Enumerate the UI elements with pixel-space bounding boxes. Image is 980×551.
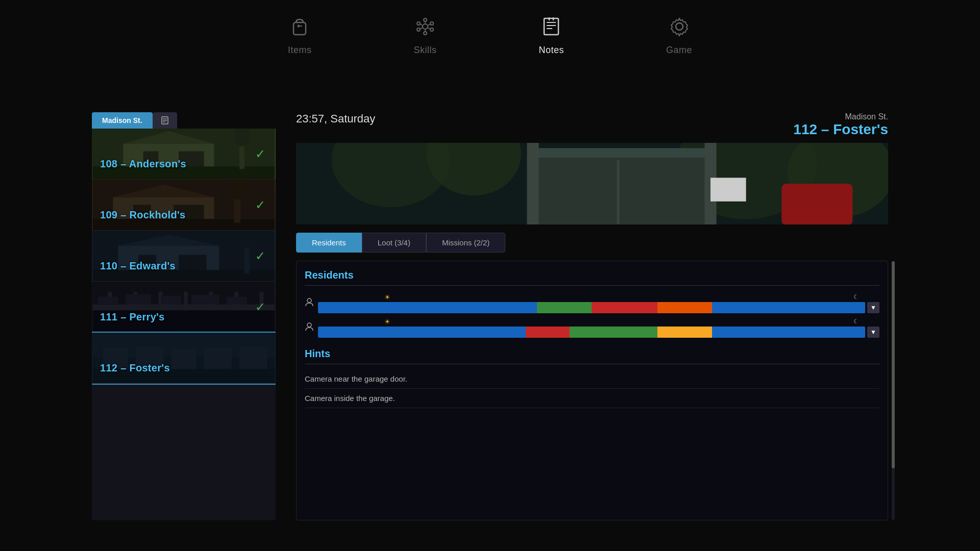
resident-2-dropdown[interactable]: ▼ (867, 327, 879, 338)
backpack-icon (288, 15, 311, 41)
svg-point-7 (430, 22, 433, 25)
nav-notes[interactable]: Notes (538, 15, 564, 56)
gear-icon (668, 15, 691, 41)
hints-title: Hints (305, 348, 879, 364)
svg-point-8 (417, 28, 420, 31)
hint-item-1: Camera near the garage door. (305, 369, 879, 389)
detail-content: Residents ☀ ☾ (296, 261, 888, 520)
detail-scroll-thumb[interactable] (892, 261, 895, 468)
svg-rect-87 (533, 148, 710, 158)
svg-point-96 (307, 323, 311, 327)
detail-scrollbar[interactable] (892, 261, 895, 520)
nav-items-label: Items (288, 45, 312, 56)
svg-rect-2 (298, 24, 299, 28)
location-title: 112 – Foster's (793, 121, 888, 138)
location-111-check: ✓ (255, 300, 265, 314)
tab-note[interactable] (153, 112, 177, 129)
svg-point-5 (424, 32, 427, 35)
svg-point-4 (424, 18, 427, 21)
right-header: 23:57, Saturday Madison St. 112 – Foster… (296, 112, 888, 138)
svg-rect-93 (781, 184, 852, 224)
hints-section: Hints Camera near the garage door. Camer… (305, 348, 879, 408)
nav-items[interactable]: Items (288, 15, 312, 56)
right-panel: 23:57, Saturday Madison St. 112 – Foster… (296, 112, 888, 520)
location-item-110[interactable]: 110 – Edward's ✓ (92, 231, 276, 282)
svg-point-95 (307, 298, 311, 303)
timestamp: 23:57, Saturday (296, 112, 375, 126)
svg-rect-1 (297, 26, 302, 27)
location-street: Madison St. (793, 112, 888, 121)
tab-loot[interactable]: Loot (3/4) (362, 233, 426, 253)
svg-point-22 (676, 23, 683, 30)
location-info: Madison St. 112 – Foster's (793, 112, 888, 138)
svg-rect-88 (527, 143, 538, 224)
location-item-108[interactable]: 108 – Anderson's ✓ (92, 129, 276, 180)
top-nav: Items Skills (0, 0, 980, 66)
location-109-check: ✓ (255, 198, 265, 212)
location-item-112[interactable]: 112 – Foster's (92, 333, 276, 384)
svg-line-15 (428, 28, 430, 29)
resident-row-1: ☀ ☾ ▼ (305, 293, 879, 313)
resident-1-schedule (318, 302, 865, 313)
location-112-name: 112 – Foster's (100, 362, 170, 374)
resident-2-icon (305, 322, 315, 333)
nav-game-label: Game (666, 45, 692, 56)
svg-rect-94 (710, 178, 746, 201)
svg-line-12 (420, 24, 423, 26)
nav-skills-label: Skills (413, 45, 436, 56)
left-panel: Madison St. (92, 112, 276, 520)
location-108-name: 108 – Anderson's (100, 158, 186, 170)
nav-game[interactable]: Game (666, 15, 692, 56)
location-list: 108 – Anderson's ✓ (92, 129, 276, 520)
skills-icon (414, 15, 436, 41)
location-108-check: ✓ (255, 147, 265, 161)
tab-madison-st[interactable]: Madison St. (92, 112, 153, 129)
svg-rect-0 (293, 22, 306, 35)
svg-line-13 (428, 24, 430, 26)
svg-rect-16 (544, 18, 558, 35)
hint-item-2: Camera inside the garage. (305, 389, 879, 408)
svg-point-3 (423, 24, 428, 29)
resident-1-dropdown[interactable]: ▼ (867, 302, 879, 313)
svg-line-14 (420, 28, 423, 29)
nav-skills[interactable]: Skills (413, 15, 436, 56)
location-110-name: 110 – Edward's (100, 260, 176, 272)
main-content: Madison St. (92, 112, 888, 520)
location-111-name: 111 – Perry's (100, 311, 165, 323)
notes-icon (540, 15, 562, 41)
location-tab-bar: Madison St. (92, 112, 276, 129)
location-110-check: ✓ (255, 249, 265, 263)
tab-missions[interactable]: Missions (2/2) (426, 233, 505, 253)
location-109-name: 109 – Rockhold's (100, 209, 185, 221)
location-item-109[interactable]: 109 – Rockhold's ✓ (92, 180, 276, 231)
residents-section-title: Residents (305, 269, 879, 286)
location-item-111[interactable]: 111 – Perry's ✓ (92, 282, 276, 333)
resident-row-2: ☀ ☾ ▼ (305, 317, 879, 338)
resident-1-icon (305, 297, 315, 309)
svg-point-6 (417, 22, 420, 25)
tab-residents[interactable]: Residents (296, 233, 362, 253)
nav-notes-label: Notes (538, 45, 564, 56)
detail-tabs: Residents Loot (3/4) Missions (2/2) (296, 233, 888, 253)
resident-2-schedule (318, 327, 865, 338)
location-preview (296, 143, 888, 224)
svg-point-9 (430, 28, 433, 31)
